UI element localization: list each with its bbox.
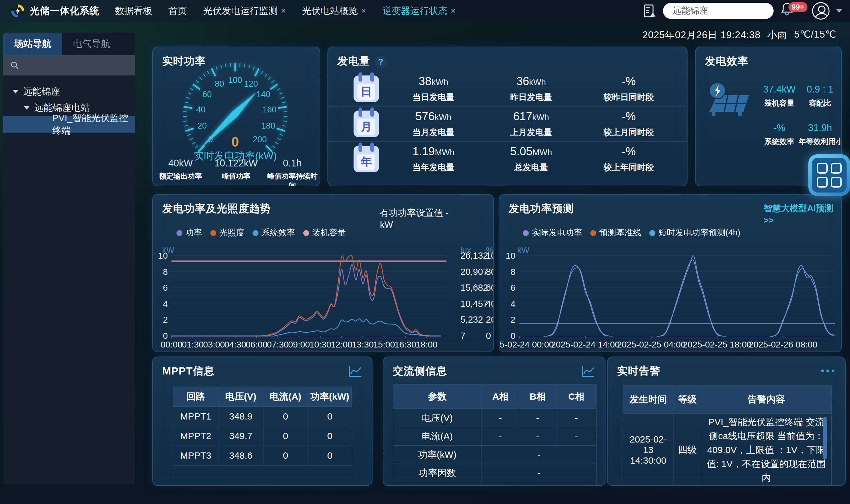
report-icon[interactable]	[642, 4, 656, 18]
line-chart-icon[interactable]	[348, 365, 362, 378]
tree-item-label: PVI_智能光伏监控终端	[52, 112, 135, 137]
station-search-input[interactable]	[663, 3, 774, 19]
legend-item-0[interactable]: 功率	[176, 227, 202, 238]
svg-text:15,682: 15,682	[460, 283, 488, 292]
energy-stat-2: -%较上月同时段	[580, 110, 677, 138]
legend-label: 装机容量	[312, 228, 346, 237]
legend-label: 实际发电功率	[532, 228, 582, 237]
stat-label: 当月发电量	[385, 127, 482, 138]
panel-title: 发电量?	[337, 54, 387, 68]
notification-area[interactable]: 99+	[780, 2, 805, 20]
ac-header-cell: 参数	[393, 385, 482, 409]
legend-label: 功率	[185, 228, 202, 237]
ac-cell: -	[482, 427, 519, 446]
more-options-icon[interactable]	[821, 370, 834, 372]
alarm-content-cell: PVI_智能光伏监控终端 交流侧ca线电压超限 当前值为：409.0V，上限值 …	[701, 414, 832, 486]
caret-down-icon[interactable]	[13, 90, 19, 93]
svg-text:40: 40	[486, 299, 494, 309]
panel-title: 发电功率及光照度趋势	[162, 201, 271, 216]
nav-item-0[interactable]: 数据看板	[115, 5, 152, 17]
svg-text:2025-02-25 18:00: 2025-02-25 18:00	[683, 340, 751, 349]
ai-forecast-link[interactable]: 智慧大模型AI预测 >>	[764, 202, 833, 227]
sidebar-search[interactable]	[3, 55, 135, 75]
legend-dot	[523, 230, 529, 236]
caret-down-icon[interactable]	[24, 106, 30, 110]
efficiency-stat-2: -%系统效率	[760, 122, 798, 147]
stat-value: 0.9 : 1	[798, 84, 842, 95]
energy-stat-0: 1.19MWh当年发电量	[385, 145, 482, 173]
floating-menu-button[interactable]	[808, 154, 850, 196]
tree-item-2[interactable]: PVI_智能光伏监控终端	[3, 116, 135, 133]
stat-label: 较上月同时段	[580, 127, 677, 138]
legend-dot	[649, 230, 655, 236]
svg-text:10,457: 10,457	[460, 299, 488, 309]
legend-item-0[interactable]: 实际发电功率	[523, 227, 582, 238]
nav-item-1[interactable]: 首页	[169, 5, 187, 17]
avatar[interactable]	[812, 2, 830, 20]
close-icon[interactable]: ×	[361, 6, 366, 16]
mppt-cell: 348.9	[218, 407, 263, 426]
svg-text:40: 40	[196, 105, 205, 114]
panel-mppt: MPPT信息 回路电压(V)电流(A)功率(kW)MPPT1348.900MPP…	[152, 357, 372, 486]
svg-text:7: 7	[460, 331, 465, 341]
mppt-cell: 0	[263, 446, 308, 466]
stat-value: -%	[580, 75, 677, 88]
gauge-value: 0	[153, 134, 318, 150]
legend-item-2[interactable]: 系统效率	[252, 227, 295, 238]
sidebar-tab-1[interactable]: 电气导航	[62, 33, 121, 55]
tree-item-0[interactable]: 远能锦座	[3, 84, 135, 100]
panel-title: 发电功率预测	[509, 201, 574, 216]
svg-text:06:00: 06:00	[246, 340, 267, 349]
energy-stat-2: -%较上年同时段	[580, 145, 677, 173]
svg-text:20,907: 20,907	[460, 267, 488, 277]
close-icon[interactable]: ×	[451, 6, 456, 16]
setpoint-line1: 有功功率设置值 -	[380, 207, 448, 219]
line-chart-icon[interactable]	[581, 365, 596, 378]
stat-value: 38kWh	[385, 75, 482, 88]
sidebar-tab-0[interactable]: 场站导航	[3, 33, 62, 55]
navbar: 光储一体化系统 数据看板首页光伏发电运行监测×光伏电站概览×逆变器运行状态× 9…	[0, 0, 850, 22]
alarm-header-cell: 等级	[674, 385, 701, 414]
mppt-header-cell: 电压(V)	[218, 387, 263, 407]
nav-item-2[interactable]: 光伏发电运行监测×	[203, 5, 286, 17]
alarm-level-cell: 四级	[674, 414, 701, 486]
ac-header-cell: A相	[482, 385, 519, 409]
svg-text:07:30: 07:30	[267, 340, 289, 349]
nav-item-label: 光伏发电运行监测	[203, 5, 278, 17]
svg-text:18:00: 18:00	[416, 340, 438, 349]
legend-item-1[interactable]: 预测基准线	[590, 227, 641, 238]
svg-text:2025-02-25 04:00: 2025-02-25 04:00	[617, 340, 686, 349]
ac-table: 参数A相B相C相电压(V)---电流(A)---功率(kW)-功率因数-频率(H…	[393, 384, 597, 486]
nav-item-3[interactable]: 光伏电站概览×	[302, 5, 366, 17]
stat-label: 上月发电量	[482, 127, 580, 138]
app-title: 光储一体化系统	[30, 4, 100, 17]
alarm-scrollbar[interactable]	[823, 417, 827, 460]
help-icon[interactable]: ?	[375, 56, 387, 68]
energy-stat-2: -%较昨日同时段	[580, 75, 677, 103]
chevron-down-icon[interactable]	[836, 9, 842, 13]
legend-item-3[interactable]: 装机容量	[303, 227, 346, 238]
panel-ac-side: 交流侧信息 参数A相B相C相电压(V)---电流(A)---功率(kW)-功率因…	[383, 357, 605, 486]
gauge-stat-2: 0.1h峰值功率持续时间	[264, 158, 320, 186]
svg-text:5,232: 5,232	[460, 314, 483, 325]
svg-text:2025-02-24 00:00: 2025-02-24 00:00	[499, 340, 554, 349]
ac-merged-cell: -	[482, 482, 597, 486]
svg-text:00:00: 00:00	[161, 340, 182, 349]
gauge-stats: 40kW额定输出功率10.122kW峰值功率0.1h峰值功率持续时间	[153, 158, 320, 186]
calendar-char: 月	[357, 119, 375, 135]
energy-row-0: 日38kWh当日发电量36kWh昨日发电量-%较昨日同时段	[328, 71, 687, 106]
legend-item-1[interactable]: 光照度	[210, 227, 245, 238]
nav-item-label: 逆变器运行状态	[383, 5, 448, 17]
nav-item-4[interactable]: 逆变器运行状态×	[383, 5, 456, 17]
svg-text:4: 4	[510, 299, 515, 309]
legend-item-2[interactable]: 短时发电功率预测(4h)	[649, 227, 740, 238]
weather-text: 小雨	[767, 29, 787, 42]
efficiency-stats: 37.4kW装机容量0.9 : 1容配比-%系统效率31.9h年等效利用小时数	[760, 84, 842, 147]
stat-label: 容配比	[798, 98, 842, 108]
panel-energy: 发电量? 日38kWh当日发电量36kWh昨日发电量-%较昨日同时段月576kW…	[327, 47, 688, 186]
panel-title: 交流侧信息	[393, 364, 447, 378]
close-icon[interactable]: ×	[281, 6, 286, 16]
legend-label: 预测基准线	[599, 228, 641, 237]
svg-text:140: 140	[256, 90, 270, 99]
navbar-right: 99+	[642, 0, 842, 22]
